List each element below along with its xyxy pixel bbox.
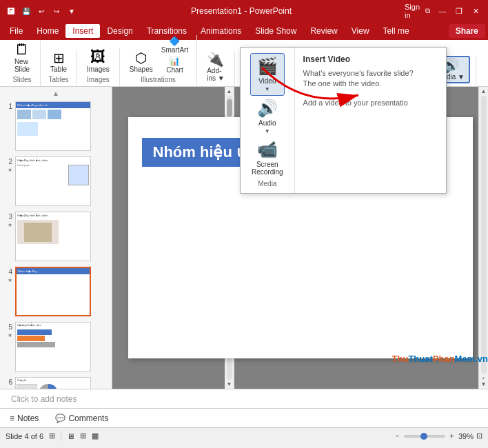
- menu-slideshow[interactable]: Slide Show: [248, 24, 303, 38]
- slide-info: Slide 4 of 6: [6, 432, 43, 440]
- slide-4-preview[interactable]: Nhóm hiệu ứng: [15, 267, 91, 316]
- zoom-thumb: [420, 433, 427, 440]
- slide-3-preview[interactable]: Hiệu ứng hình ảnh, video: [15, 212, 91, 261]
- menu-share[interactable]: Share: [449, 24, 485, 38]
- ribbon-group-images: 🖼 Images Images: [77, 48, 120, 86]
- titlebar-left: 🅿 💾 ↩ ↪ ▼: [6, 6, 77, 17]
- audio-icon: 🔊: [257, 99, 278, 118]
- video-button[interactable]: 🎬 Video ▼: [250, 53, 285, 96]
- scroll-up-right[interactable]: ▲: [481, 88, 487, 94]
- addins-icon: 🔌: [207, 52, 224, 66]
- ribbon-group-tables: ⊞ Table Tables: [41, 50, 77, 86]
- titlebar-title: Presentation1 - PowerPoint: [77, 6, 405, 16]
- customize-icon[interactable]: ▼: [66, 6, 77, 17]
- notesbar: ≡ Notes 💬 Comments: [0, 408, 488, 427]
- minimize-button[interactable]: —: [436, 4, 449, 18]
- zoom-level: 39%: [458, 432, 474, 440]
- new-slide-icon: 🗒: [14, 42, 30, 57]
- menu-review[interactable]: Review: [303, 24, 344, 38]
- status-icon-2: 🖥: [67, 432, 74, 440]
- menu-file[interactable]: File: [3, 24, 30, 38]
- scroll-up-btn[interactable]: ▲: [227, 88, 232, 94]
- zoom-in-btn[interactable]: ＋: [448, 431, 456, 441]
- status-left: Slide 4 of 6 ⊞ 🖥 ⊞ ▦: [6, 431, 388, 441]
- ribbon-group-addins: 🔌 Add-ins ▼: [197, 51, 234, 86]
- slide-panel: ▲ 1 Nhóm hiệu ứng video và: [0, 87, 112, 389]
- notes-label: Notes: [17, 414, 39, 423]
- menu-animations[interactable]: Animations: [194, 24, 248, 38]
- notes-tab[interactable]: ≡ Notes: [6, 412, 43, 425]
- menubar: File Home Insert Design Transitions Anim…: [0, 22, 488, 40]
- smartart-button[interactable]: 🔷 SmartArt: [159, 35, 191, 54]
- status-icon-3: ⊞: [80, 431, 86, 440]
- fit-slide-btn[interactable]: ⊡: [476, 431, 482, 440]
- scroll-down-btn[interactable]: ▼: [227, 381, 232, 387]
- slide-thumb-1[interactable]: 1 Nhóm hiệu ứng video và: [3, 100, 109, 152]
- slide-thumb-6[interactable]: 6 Thống kê: [3, 376, 109, 389]
- images-button[interactable]: 🖼 Images: [83, 48, 114, 74]
- slide-thumb-3[interactable]: 3 ★ Hiệu ứng hình ảnh, video: [3, 210, 109, 263]
- ribbon-group-illustrations: ⬡ Shapes 🔷 SmartArt 📊 Chart Illustration…: [120, 35, 197, 86]
- audio-button[interactable]: 🔊 Audio ▼: [250, 96, 285, 137]
- table-button[interactable]: ⊞ Table: [46, 50, 71, 74]
- slide-6-preview[interactable]: Thống kê: [15, 377, 91, 389]
- statusbar: Slide 4 of 6 ⊞ 🖥 ⊞ ▦ － ＋ 39% ⊡: [0, 427, 488, 444]
- close-button[interactable]: ✕: [469, 4, 482, 18]
- restore-icon[interactable]: ⧉: [422, 6, 433, 17]
- maximize-button[interactable]: ❐: [452, 4, 466, 18]
- tooltip-line3: Add a video to your presentatio: [303, 98, 414, 108]
- signin-button[interactable]: Sign in: [405, 4, 419, 18]
- titlebar: 🅿 💾 ↩ ↪ ▼ Presentation1 - PowerPoint Sig…: [0, 0, 488, 22]
- table-icon: ⊞: [53, 51, 65, 65]
- new-slide-button[interactable]: 🗒 NewSlide: [10, 41, 34, 74]
- menu-view[interactable]: View: [345, 24, 376, 38]
- scroll-mid-right[interactable]: ▪: [482, 375, 485, 381]
- addins-button[interactable]: 🔌 Add-ins ▼: [203, 51, 228, 83]
- status-separator: [61, 431, 61, 441]
- undo-icon[interactable]: ↩: [36, 6, 47, 17]
- chart-icon: 📊: [169, 56, 180, 66]
- smartart-icon: 🔷: [169, 36, 180, 46]
- zoom-slider[interactable]: [404, 435, 445, 438]
- media-popup: 🎬 Video ▼ 🔊 Audio ▼ 📹 ScreenRecording Me…: [240, 47, 447, 194]
- slide-2-preview[interactable]: Hiệu ứng hình ảnh, video Lorem ipsum...: [15, 156, 91, 206]
- slide-thumb-5[interactable]: 5 ★ Hiệu ứng hình ảnh, video: [3, 320, 109, 373]
- comments-icon: 💬: [55, 414, 65, 423]
- status-icon-4: ▦: [92, 431, 99, 440]
- slide-thumb-2[interactable]: 2 ★ Hiệu ứng hình ảnh, video Lorem ipsum…: [3, 155, 109, 207]
- slide-5-preview[interactable]: Hiệu ứng hình ảnh, video: [15, 322, 91, 371]
- tooltip-title: Insert Video: [303, 54, 414, 64]
- slide-1-preview[interactable]: Nhóm hiệu ứng video và: [15, 101, 91, 151]
- scroll-track-right: [481, 96, 487, 374]
- redo-icon[interactable]: ↪: [51, 6, 62, 17]
- status-right: － ＋ 39% ⊡: [394, 431, 482, 441]
- slide-panel-scroll-up[interactable]: ▲: [3, 90, 109, 97]
- menu-home[interactable]: Home: [30, 24, 65, 38]
- notes-icon: ≡: [10, 414, 14, 423]
- right-scrollbar[interactable]: ▲ ▪ ▼: [478, 87, 488, 389]
- comments-tab[interactable]: 💬 Comments: [51, 412, 112, 425]
- slide-thumb-4[interactable]: 4 ★ Nhóm hiệu ứng: [3, 265, 109, 318]
- screen-recording-button[interactable]: 📹 ScreenRecording: [246, 137, 289, 179]
- zoom-out-btn[interactable]: －: [394, 431, 401, 441]
- menu-tellme[interactable]: Tell me: [376, 24, 416, 38]
- notes-area: Click to add notes: [0, 389, 488, 408]
- notes-placeholder[interactable]: Click to add notes: [11, 394, 77, 404]
- menu-insert[interactable]: Insert: [65, 24, 100, 38]
- media-popup-tooltip: Insert Video What's everyone's favorite …: [295, 48, 422, 193]
- screen-record-icon: 📹: [257, 140, 278, 159]
- scroll-thumb[interactable]: [227, 99, 232, 116]
- video-icon: 🎬: [257, 57, 278, 76]
- chart-button[interactable]: 📊 Chart: [159, 55, 191, 74]
- powerpoint-icon: 🅿: [6, 6, 17, 17]
- tooltip-line2: The one with the video.: [303, 79, 414, 89]
- media-group-label: Media: [258, 180, 276, 187]
- save-icon[interactable]: 💾: [21, 6, 32, 17]
- images-icon: 🖼: [90, 50, 105, 65]
- shapes-icon: ⬡: [135, 51, 147, 65]
- comments-label: Comments: [68, 414, 108, 423]
- scroll-down-right[interactable]: ▼: [481, 381, 487, 387]
- shapes-button[interactable]: ⬡ Shapes: [125, 50, 157, 74]
- ribbon-group-slides: 🗒 NewSlide Slides: [4, 41, 41, 86]
- titlebar-right: Sign in ⧉ — ❐ ✕: [405, 4, 482, 18]
